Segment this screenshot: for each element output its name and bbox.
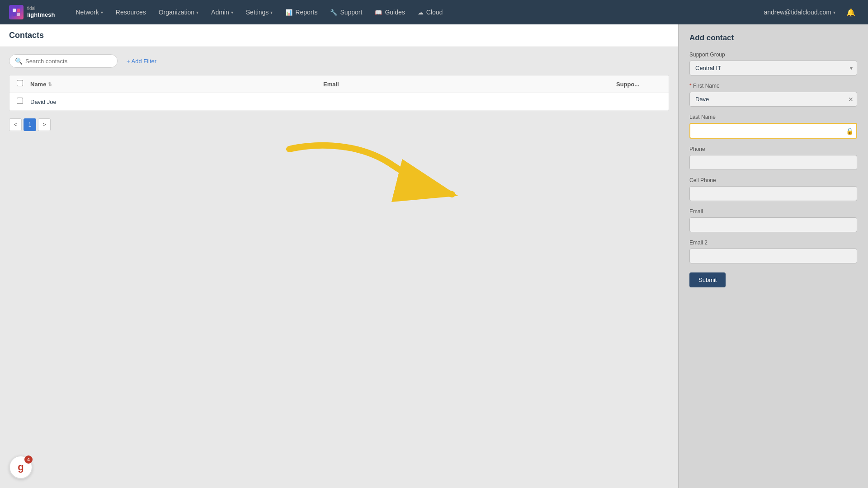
email2-label: Email 2 — [689, 239, 857, 246]
logo[interactable]: tidal lightmesh — [9, 5, 55, 19]
chevron-down-icon: ▾ — [270, 10, 273, 15]
nav-organization[interactable]: Organization ▾ — [153, 6, 204, 19]
nav-admin[interactable]: Admin ▾ — [206, 6, 239, 19]
last-name-input-wrapper: 🔒 — [689, 123, 857, 139]
row-checkbox-cell — [17, 98, 30, 106]
phone-input[interactable] — [689, 155, 857, 170]
email-field: Email — [689, 208, 857, 232]
page-header: Contacts — [0, 24, 678, 47]
bottom-badge[interactable]: g 4 — [9, 455, 33, 479]
cell-phone-input[interactable] — [689, 186, 857, 201]
svg-rect-3 — [17, 13, 20, 16]
nav-resources[interactable]: Resources — [110, 6, 151, 19]
contacts-table: Name ⇅ Email Suppo... David Joe — [9, 75, 669, 111]
page-title: Contacts — [9, 31, 669, 40]
badge-letter: g — [18, 461, 24, 473]
search-icon: 🔍 — [15, 57, 23, 65]
arrow-annotation — [262, 136, 466, 217]
email2-field: Email 2 — [689, 239, 857, 263]
nav-cloud[interactable]: ☁ Cloud — [412, 6, 448, 19]
column-header-support: Suppo... — [616, 81, 661, 88]
first-name-input-wrapper: ✕ — [689, 92, 857, 107]
support-group-label: Support Group — [689, 52, 857, 58]
phone-field: Phone — [689, 146, 857, 170]
navbar: tidal lightmesh Network ▾ Resources Orga… — [0, 0, 868, 24]
search-box[interactable]: 🔍 — [9, 54, 118, 68]
svg-rect-1 — [17, 9, 20, 12]
header-checkbox-cell — [17, 80, 30, 88]
support-group-select-wrapper: Central IT Other ▾ — [689, 61, 857, 75]
cell-phone-label: Cell Phone — [689, 177, 857, 183]
user-menu[interactable]: andrew@tidalcloud.com ▾ — [758, 6, 841, 19]
clear-icon[interactable]: 🔒 — [846, 127, 854, 135]
page-layout: Contacts 🔍 + Add Filter Name ⇅ — [0, 24, 868, 488]
last-name-label: Last Name — [689, 114, 857, 120]
first-name-label: * First Name — [689, 83, 857, 89]
row-checkbox[interactable] — [17, 98, 23, 104]
notification-bell[interactable]: 🔔 — [843, 5, 859, 19]
chevron-down-icon: ▾ — [833, 10, 835, 15]
row-name: David Joe — [30, 99, 323, 105]
last-name-input[interactable] — [689, 123, 857, 139]
left-panel: Contacts 🔍 + Add Filter Name ⇅ — [0, 24, 678, 488]
table-header: Name ⇅ Email Suppo... — [9, 75, 669, 93]
toolbar: 🔍 + Add Filter — [0, 47, 678, 75]
badge-count: 4 — [24, 455, 33, 464]
column-header-name[interactable]: Name ⇅ — [30, 81, 323, 88]
last-name-field: Last Name 🔒 — [689, 114, 857, 139]
page-1-button[interactable]: 1 — [24, 118, 36, 131]
chevron-down-icon: ▾ — [196, 10, 198, 15]
first-name-field: * First Name ✕ — [689, 83, 857, 107]
next-page-button[interactable]: > — [38, 118, 51, 131]
column-header-email[interactable]: Email — [323, 81, 616, 88]
email2-input[interactable] — [689, 249, 857, 263]
first-name-input[interactable] — [689, 92, 857, 107]
select-all-checkbox[interactable] — [17, 80, 23, 86]
cell-phone-field: Cell Phone — [689, 177, 857, 201]
right-panel: Add contact Support Group Central IT Oth… — [678, 24, 868, 488]
support-group-select[interactable]: Central IT Other — [689, 61, 857, 75]
pagination: < 1 > — [0, 111, 678, 138]
svg-rect-0 — [13, 9, 16, 12]
nav-network[interactable]: Network ▾ — [70, 6, 108, 19]
chevron-down-icon: ▾ — [231, 10, 233, 15]
table-row[interactable]: David Joe — [9, 93, 669, 111]
chevron-down-icon: ▾ — [101, 10, 103, 15]
sort-icon: ⇅ — [48, 81, 52, 87]
support-group-field: Support Group Central IT Other ▾ — [689, 52, 857, 75]
phone-label: Phone — [689, 146, 857, 152]
logo-icon — [9, 5, 24, 19]
nav-settings[interactable]: Settings ▾ — [241, 6, 278, 19]
nav-reports[interactable]: 📊 Reports — [280, 6, 323, 19]
email-label: Email — [689, 208, 857, 215]
email-input[interactable] — [689, 217, 857, 232]
submit-button[interactable]: Submit — [689, 272, 726, 287]
svg-rect-2 — [13, 13, 16, 16]
logo-text: tidal lightmesh — [27, 6, 55, 19]
panel-title: Add contact — [689, 33, 857, 42]
nav-support[interactable]: 🔧 Support — [325, 6, 368, 19]
add-filter-button[interactable]: + Add Filter — [123, 55, 160, 67]
nav-guides[interactable]: 📖 Guides — [369, 6, 410, 19]
nav-right: andrew@tidalcloud.com ▾ 🔔 — [758, 5, 859, 19]
clear-icon[interactable]: ✕ — [848, 96, 854, 103]
prev-page-button[interactable]: < — [9, 118, 22, 131]
search-input[interactable] — [25, 58, 112, 65]
